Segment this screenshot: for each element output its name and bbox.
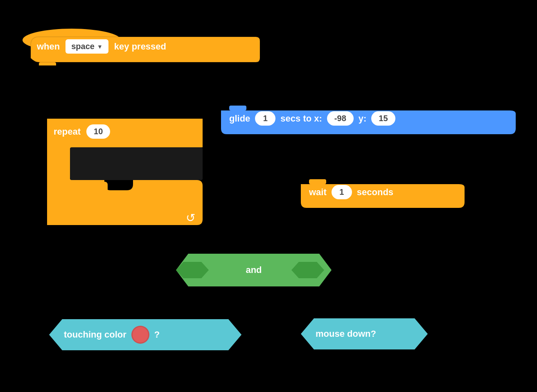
svg-rect-5 <box>229 129 246 134</box>
svg-rect-2 <box>70 147 203 180</box>
touching-color-label: touching color <box>64 329 126 340</box>
repeat-count-input[interactable]: 10 <box>86 124 110 139</box>
repeat-block[interactable]: ↺ repeat 10 <box>47 119 203 227</box>
wait-seconds-label: seconds <box>357 187 393 198</box>
glide-label: glide <box>229 113 250 124</box>
key-value: space <box>71 42 95 51</box>
and-block[interactable]: and <box>176 254 332 286</box>
key-pressed-label: key pressed <box>114 41 166 52</box>
wait-block[interactable]: wait 1 seconds <box>301 179 465 208</box>
and-label: and <box>246 265 262 275</box>
when-key-pressed-block[interactable]: when space ▼ key pressed <box>18 25 264 67</box>
svg-rect-4 <box>229 106 246 110</box>
glide-secs-label: secs to x: <box>280 113 322 124</box>
mouse-down-label: mouse down? <box>316 329 376 339</box>
mouse-down-block[interactable]: mouse down? <box>301 318 428 349</box>
touching-question-mark: ? <box>154 329 160 340</box>
key-dropdown[interactable]: space ▼ <box>65 39 108 54</box>
glide-x-input[interactable]: -98 <box>327 111 354 126</box>
when-label: when <box>37 41 60 52</box>
glide-y-input[interactable]: 15 <box>371 111 395 126</box>
svg-text:↺: ↺ <box>186 212 195 224</box>
touching-color-block[interactable]: touching color ? <box>49 319 241 350</box>
wait-seconds-input[interactable]: 1 <box>332 185 352 199</box>
wait-label: wait <box>309 187 327 198</box>
glide-secs-input[interactable]: 1 <box>255 111 275 126</box>
repeat-label: repeat <box>54 126 81 137</box>
color-swatch[interactable] <box>131 326 149 344</box>
dropdown-arrow-icon: ▼ <box>97 43 103 50</box>
svg-rect-1 <box>39 62 56 65</box>
svg-rect-6 <box>309 179 326 184</box>
glide-block[interactable]: glide 1 secs to x: -98 y: 15 <box>221 106 516 134</box>
glide-y-label: y: <box>359 113 367 124</box>
